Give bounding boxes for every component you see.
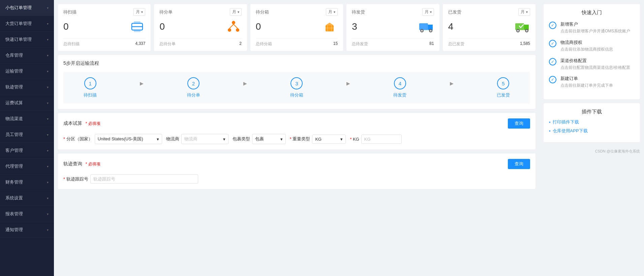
stat-period-select[interactable]: 月 ▾ (518, 8, 530, 16)
stat-card-split: 待分单 月 ▾ 0 总待分单 2 (154, 4, 247, 51)
sidebar-item-customer[interactable]: 客户管理▾ (0, 143, 54, 159)
step-circle-3: 3 (290, 77, 303, 89)
chevron-down-icon: ▾ (47, 228, 49, 232)
sidebar-item-agent[interactable]: 代理管理▾ (0, 159, 54, 174)
svg-line-7 (229, 24, 234, 28)
sidebar-item-express-order[interactable]: 快递订单管理▾ (0, 32, 54, 48)
stat-period-select[interactable]: 月 ▾ (230, 8, 242, 16)
quick-item-4[interactable]: ✓ 新建订单 点击前往新建订单并完成下单 (549, 76, 635, 88)
stat-value: 3 (352, 21, 357, 32)
cost-query-button[interactable]: 查询 (508, 118, 530, 129)
step-label-1: 待扫描 (84, 92, 97, 98)
step-item-2[interactable]: 2 待分单 (187, 77, 200, 98)
stat-card-truck: 待发货 月 ▾ 3 总待发货 81 (346, 4, 439, 51)
stat-card-box: 待分箱 月 ▾ 0 总待分箱 15 (250, 4, 343, 51)
chevron-down-icon: ▾ (47, 101, 49, 105)
quick-check-4: ✓ (549, 76, 556, 83)
sidebar-item-label: 代理管理 (5, 163, 23, 169)
stat-footer-value: 4,337 (135, 41, 145, 47)
quick-check-1: ✓ (549, 22, 556, 29)
stat-value: 4 (448, 21, 454, 32)
step-item-1[interactable]: 1 待扫描 (84, 77, 97, 98)
track-query-button[interactable]: 查询 (508, 159, 530, 169)
main-container: 待扫描 月 ▾ 0 总待扫描 4,337 待分单 月 ▾ 0 总待分单 (54, 0, 644, 276)
zone-label: * 分区（国家） (63, 136, 93, 142)
logistics-field: 物流商 物流商 ▾ (166, 134, 228, 144)
sidebar-item-system[interactable]: 系统设置▾ (0, 190, 54, 206)
steps-title: 5步开启运输流程 (63, 60, 530, 66)
chevron-down-icon: ▾ (47, 181, 49, 184)
chevron-down-icon: ▾ (47, 165, 49, 168)
logistics-label: 物流商 (166, 136, 179, 142)
stat-title: 待分箱 (256, 9, 269, 15)
stat-icon-scan (129, 19, 145, 35)
stat-card-shipped: 已发货 月 ▾ 4 总已发货 1,585 (443, 4, 535, 51)
sidebar-item-label: 小包订单管理 (5, 5, 32, 11)
quick-item-1[interactable]: ✓ 新增客户 点击前往新增客户并开通OMS系统账户 (549, 21, 635, 34)
stat-footer-value: 15 (333, 41, 338, 47)
sidebar-item-logistics-channel[interactable]: 物流渠道▾ (0, 111, 54, 127)
stat-period-select[interactable]: 月 ▾ (133, 8, 145, 16)
sidebar-item-freight[interactable]: 运费试算▾ (0, 95, 54, 111)
stat-footer-label: 总已发货 (448, 41, 464, 47)
sidebar-item-label: 员工管理 (5, 132, 23, 138)
stat-icon-shipped (514, 19, 530, 35)
sidebar-item-staff[interactable]: 员工管理▾ (0, 127, 54, 143)
stat-footer-label: 总待扫描 (63, 41, 80, 47)
quick-item-desc-3: 点击前往配置物流商渠道信息/价格配置 (560, 65, 630, 71)
plugin-link-2[interactable]: •仓库使用APP下载 (549, 128, 635, 134)
stat-period-select[interactable]: 月 ▾ (326, 8, 338, 16)
zone-select[interactable]: United States(US-美国) ▾ (95, 134, 162, 144)
sidebar-item-report[interactable]: 报表管理▾ (0, 206, 54, 222)
stat-footer-value: 81 (429, 41, 434, 47)
step-label-5: 已发货 (497, 92, 510, 98)
stat-value: 0 (159, 21, 165, 32)
stats-row: 待扫描 月 ▾ 0 总待扫描 4,337 待分单 月 ▾ 0 总待分单 (58, 4, 535, 51)
quick-start-title: 快速入门 (549, 9, 635, 16)
quick-item-2[interactable]: ✓ 物流商授权 点击前往添加物流商授权信息 (549, 39, 635, 52)
stat-value: 0 (256, 21, 261, 32)
sidebar-item-transport[interactable]: 运输管理▾ (0, 63, 54, 79)
chevron-down-icon: ▾ (47, 196, 49, 200)
step-item-4[interactable]: 4 待发货 (393, 77, 406, 98)
tracking-label: * 轨迹跟踪号 (63, 176, 88, 182)
sidebar-item-track[interactable]: 轨迹管理▾ (0, 79, 54, 95)
svg-point-19 (430, 30, 432, 32)
step-label-4: 待发货 (393, 92, 406, 98)
sidebar-item-label: 运输管理 (5, 68, 23, 74)
chevron-down-icon: ▾ (47, 117, 49, 121)
quick-item-3[interactable]: ✓ 渠道价格配置 点击前往配置物流商渠道信息/价格配置 (549, 58, 635, 71)
quick-item-desc-2: 点击前往添加物流商授权信息 (560, 47, 613, 52)
step-item-5[interactable]: 5 已发货 (497, 77, 510, 98)
svg-rect-2 (134, 21, 141, 23)
sidebar-item-finance[interactable]: 财务管理▾ (0, 174, 54, 190)
step-arrow-3: ▶ (346, 81, 350, 86)
step-arrow-1: ▶ (140, 81, 144, 86)
stat-period-select[interactable]: 月 ▾ (422, 8, 434, 16)
plugin-link-1[interactable]: •打印插件下载 (549, 119, 635, 125)
svg-point-6 (236, 28, 239, 32)
sidebar-item-large-order[interactable]: 大货订单管理▾ (0, 16, 54, 32)
stat-footer-value: 2 (239, 41, 242, 47)
quick-item-title-1: 新增客户 (560, 21, 630, 27)
sidebar-item-notification[interactable]: 通知管理▾ (0, 222, 54, 238)
package-select[interactable]: 包裹 ▾ (252, 134, 286, 144)
weight-input[interactable] (361, 135, 402, 144)
sidebar-item-warehouse[interactable]: 仓库管理▾ (0, 48, 54, 63)
step-item-3[interactable]: 3 待分箱 (290, 77, 303, 98)
package-label: 包裹类型 (233, 136, 250, 142)
logistics-select[interactable]: 物流商 ▾ (181, 134, 228, 144)
stat-value: 0 (63, 21, 69, 32)
quick-item-title-4: 新建订单 (560, 76, 613, 82)
tracking-input[interactable] (90, 174, 198, 184)
step-arrow-2: ▶ (243, 81, 247, 86)
weight-type-select[interactable]: KG ▾ (312, 135, 346, 144)
stat-title: 待发货 (352, 9, 365, 15)
chevron-down-icon: ▾ (47, 6, 49, 10)
stat-icon-box (321, 19, 338, 35)
sidebar-item-small-order[interactable]: 小包订单管理▾ (0, 0, 54, 16)
svg-rect-14 (419, 23, 428, 30)
sidebar-item-label: 大货订单管理 (5, 21, 32, 27)
svg-point-23 (517, 30, 519, 32)
svg-point-25 (526, 30, 528, 32)
